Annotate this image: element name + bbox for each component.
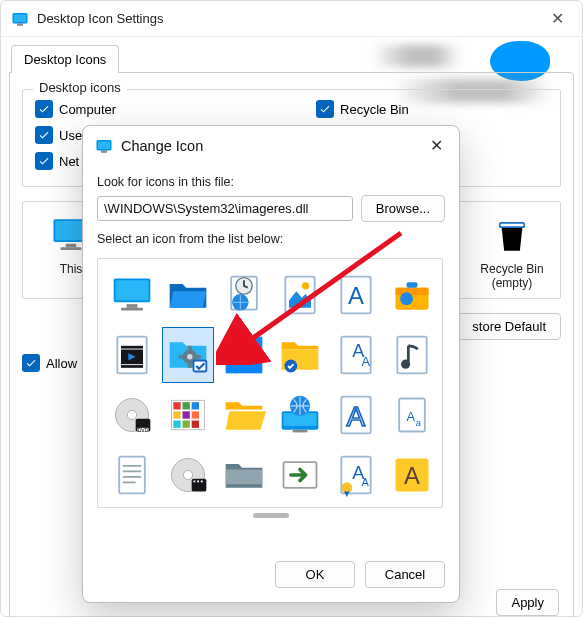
desktop-solid-icon[interactable] (218, 327, 270, 383)
disc-plain-icon[interactable] (162, 507, 214, 508)
checkbox-label: Use (59, 128, 82, 143)
font-file-blue-icon[interactable] (330, 267, 382, 323)
open-folder-icon[interactable] (218, 387, 270, 443)
check-icon (22, 354, 40, 372)
timezone-doc-icon[interactable] (218, 267, 270, 323)
font-cert-icon[interactable] (330, 447, 382, 503)
video-disc-icon[interactable] (162, 447, 214, 503)
annotation-smudge-2 (372, 45, 462, 67)
close-icon[interactable]: ✕ (543, 5, 572, 32)
video-doc-icon[interactable] (106, 327, 158, 383)
folder-yellow-icon[interactable] (274, 327, 326, 383)
dvd-disc-icon[interactable] (106, 387, 158, 443)
tab-desktop-icons[interactable]: Desktop Icons (11, 45, 119, 73)
font-file-small-icon[interactable] (386, 387, 438, 443)
drive-blocks-icon[interactable] (162, 387, 214, 443)
browse-button[interactable]: Browse... (361, 195, 445, 222)
font-amber-icon[interactable] (386, 447, 438, 503)
fieldset-legend: Desktop icons (33, 80, 127, 95)
monitor-icon[interactable] (106, 267, 158, 323)
checkbox-computer[interactable]: Computer (35, 100, 116, 118)
audio-doc-icon[interactable] (386, 327, 438, 383)
text-doc-icon[interactable] (106, 447, 158, 503)
recycle-bin-icon (491, 214, 533, 256)
checkbox-recycle-bin[interactable]: Recycle Bin (316, 100, 409, 118)
dialog-title: Change Icon (121, 138, 424, 154)
apply-button[interactable]: Apply (496, 589, 559, 616)
briefcase-device-icon[interactable] (386, 267, 438, 323)
app-icon (11, 10, 29, 28)
icon-grid[interactable] (97, 258, 443, 508)
check-icon (316, 100, 334, 118)
look-for-label: Look for icons in this file: (97, 175, 445, 189)
checkbox-network[interactable]: Net (35, 152, 79, 170)
folder-blue-icon[interactable] (162, 267, 214, 323)
checkbox-label: Computer (59, 102, 116, 117)
preview-label: Recycle Bin (472, 262, 552, 276)
picture-doc-icon[interactable] (274, 267, 326, 323)
checkbox-label: Net (59, 154, 79, 169)
horizontal-scrollbar[interactable] (253, 513, 289, 518)
window-title: Desktop Icon Settings (37, 11, 543, 26)
dialog-titlebar: Change Icon ✕ (83, 126, 459, 161)
checkbox-label: Allow (46, 356, 77, 371)
checkbox-label: Recycle Bin (340, 102, 409, 117)
check-icon (35, 126, 53, 144)
change-icon-dialog: Change Icon ✕ Look for icons in this fil… (82, 125, 460, 603)
close-icon[interactable]: ✕ (424, 134, 449, 157)
image-doc-icon[interactable] (106, 507, 158, 508)
font-outline-blue-icon[interactable] (330, 387, 382, 443)
folder-gear-icon[interactable] (162, 327, 214, 383)
checkbox-users-files[interactable]: Use (35, 126, 82, 144)
titlebar: Desktop Icon Settings ✕ (1, 1, 582, 37)
restore-default-button[interactable]: store Default (457, 313, 561, 340)
folder-dark-icon[interactable] (218, 447, 270, 503)
font-file-badge-icon[interactable] (330, 327, 382, 383)
run-shortcut-icon[interactable] (274, 447, 326, 503)
preview-recycle-bin-empty[interactable]: Recycle Bin (empty) (472, 210, 552, 290)
check-icon (35, 152, 53, 170)
network-monitor-icon[interactable] (274, 387, 326, 443)
ok-button[interactable]: OK (275, 561, 355, 588)
cancel-button[interactable]: Cancel (365, 561, 445, 588)
preview-label-sub: (empty) (472, 276, 552, 290)
app-icon (95, 137, 113, 155)
check-icon (35, 100, 53, 118)
select-icon-label: Select an icon from the list below: (97, 232, 445, 246)
icon-file-path-input[interactable] (97, 196, 353, 221)
